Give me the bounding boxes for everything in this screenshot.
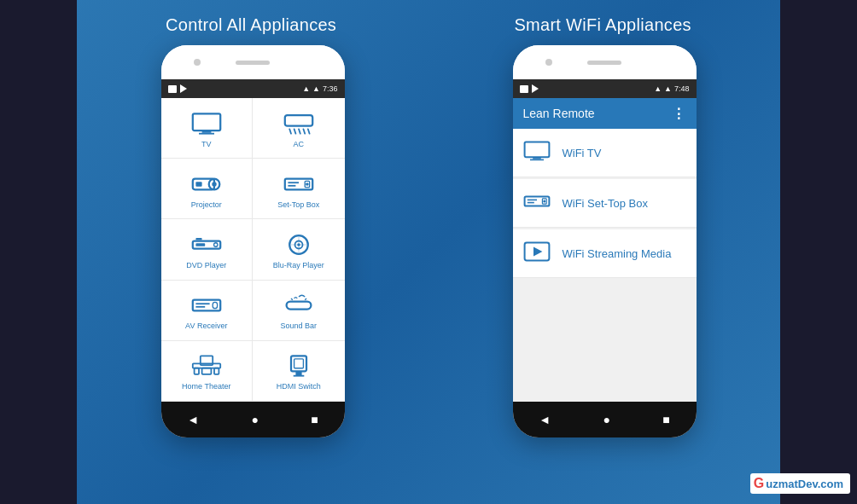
grid-item-avreceiver[interactable]: AV Receiver — [161, 281, 254, 341]
svg-rect-14 — [288, 182, 299, 183]
speaker-left — [236, 61, 270, 65]
grid-item-tv[interactable]: TV — [161, 98, 254, 159]
tv-label: TV — [201, 140, 212, 148]
svg-rect-0 — [193, 113, 220, 130]
settopbox-icon — [283, 172, 314, 196]
watermark-text: uzmatDev.com — [766, 478, 843, 490]
svg-rect-21 — [195, 238, 201, 240]
battery-small-right-icon — [520, 85, 528, 93]
svg-rect-45 — [530, 159, 544, 161]
main-content: Control All Appliances Smart WiFi Applia… — [77, 0, 780, 504]
bluray-label: Blu-Ray Player — [273, 261, 324, 269]
wifi-right-icon: ▲ — [664, 84, 672, 93]
svg-point-50 — [543, 200, 545, 202]
svg-rect-43 — [524, 142, 549, 158]
recent-btn-right[interactable]: ■ — [662, 413, 669, 426]
settopbox-label: Set-Top Box — [277, 200, 319, 209]
projector-label: Projector — [191, 200, 222, 209]
ac-label: AC — [293, 140, 304, 148]
svg-rect-1 — [201, 130, 211, 133]
settopbox-list-label: WiFi Set-Top Box — [563, 197, 648, 210]
back-btn-right[interactable]: ◄ — [539, 413, 551, 426]
svg-rect-39 — [291, 356, 306, 372]
svg-rect-48 — [527, 202, 533, 204]
grid-item-dvd[interactable]: DVD Player — [161, 219, 254, 280]
svg-rect-40 — [294, 359, 303, 368]
speaker-right — [587, 61, 621, 65]
grid-item-ac[interactable]: AC — [253, 98, 345, 159]
grid-item-hometheater[interactable]: Home Theater — [161, 341, 254, 402]
watermark-plain: uzmat — [766, 478, 798, 490]
svg-rect-19 — [195, 243, 205, 246]
status-right-right: ▲ ▲ 7:48 — [654, 84, 689, 93]
svg-rect-12 — [195, 182, 201, 186]
back-btn-left[interactable]: ◄ — [187, 413, 199, 426]
svg-rect-2 — [199, 132, 214, 134]
hometheater-label: Home Theater — [182, 382, 230, 391]
status-left-icons — [168, 84, 187, 93]
phone-top-left — [161, 45, 345, 79]
battery-small-icon — [168, 85, 177, 93]
svg-line-6 — [299, 129, 300, 133]
bluray-icon — [283, 233, 314, 257]
wifitv-label: WiFi TV — [563, 147, 602, 159]
play-right-icon — [532, 84, 539, 93]
more-options-icon[interactable]: ⋮ — [672, 106, 686, 122]
signal-right-icon: ▲ — [654, 84, 662, 93]
dvd-icon — [191, 233, 222, 257]
streaming-icon — [523, 241, 551, 265]
recent-btn-left[interactable]: ■ — [311, 413, 318, 426]
grid-item-bluray[interactable]: Blu-Ray Player — [253, 219, 345, 280]
svg-marker-52 — [533, 246, 542, 256]
status-right-icons: ▲ ▲ 7:36 — [302, 84, 337, 93]
svg-point-17 — [306, 182, 309, 186]
grid-item-settopbox[interactable]: Set-Top Box — [253, 159, 345, 219]
svg-rect-30 — [213, 303, 217, 309]
svg-rect-31 — [286, 302, 311, 310]
settopbox-list-icon — [523, 191, 551, 215]
phone-screen-right: ▲ ▲ 7:48 Lean Remote ⋮ — [513, 79, 697, 402]
hdmi-icon — [283, 354, 314, 378]
home-btn-right[interactable]: ● — [603, 413, 609, 426]
list-screen: WiFi TV WiFi S — [513, 129, 697, 402]
play-icon — [180, 84, 187, 93]
grid-screen: TV AC — [161, 98, 345, 402]
home-btn-left[interactable]: ● — [251, 413, 258, 426]
svg-rect-27 — [193, 300, 220, 311]
svg-line-32 — [291, 298, 293, 300]
watermark: G uzmatDev.com — [750, 473, 850, 494]
left-section-title: Control All Appliances — [166, 15, 336, 35]
section-headers: Control All Appliances Smart WiFi Applia… — [77, 0, 780, 45]
svg-rect-36 — [194, 368, 198, 374]
time-left: 7:36 — [323, 84, 338, 93]
list-item-streaming[interactable]: WiFi Streaming Media — [513, 229, 697, 278]
right-section-title: Smart WiFi Appliances — [514, 15, 691, 35]
svg-line-8 — [308, 129, 310, 133]
svg-rect-28 — [195, 303, 209, 304]
svg-point-20 — [213, 243, 218, 247]
watermark-dev: Dev — [798, 478, 818, 490]
svg-line-7 — [303, 129, 305, 133]
grid-item-soundbar[interactable]: Sound Bar — [253, 281, 345, 341]
status-left-right — [520, 84, 539, 93]
phone-bottom-right: ◄ ● ■ — [513, 402, 697, 437]
svg-rect-15 — [288, 185, 295, 187]
phone-screen-left: ▲ ▲ 7:36 TV — [161, 79, 345, 402]
svg-rect-37 — [214, 368, 219, 374]
hdmi-label: HDMI Switch — [277, 382, 321, 391]
watermark-logo: G — [754, 476, 764, 491]
grid-item-projector[interactable]: Projector — [161, 159, 254, 219]
svg-rect-47 — [527, 200, 536, 201]
svg-rect-38 — [201, 368, 211, 374]
list-item-settopbox[interactable]: WiFi Set-Top Box — [513, 179, 697, 228]
right-phone: ▲ ▲ 7:48 Lean Remote ⋮ — [513, 45, 697, 437]
grid-item-hdmi[interactable]: HDMI Switch — [253, 341, 345, 402]
soundbar-icon — [283, 293, 314, 317]
left-panel — [0, 0, 77, 504]
svg-line-5 — [294, 129, 295, 133]
time-right: 7:48 — [674, 84, 690, 93]
watermark-domain: .com — [818, 478, 843, 490]
list-item-wifitv[interactable]: WiFi TV — [513, 129, 697, 177]
ac-icon — [283, 112, 314, 136]
wifi-signal-icon: ▲ — [312, 84, 320, 93]
